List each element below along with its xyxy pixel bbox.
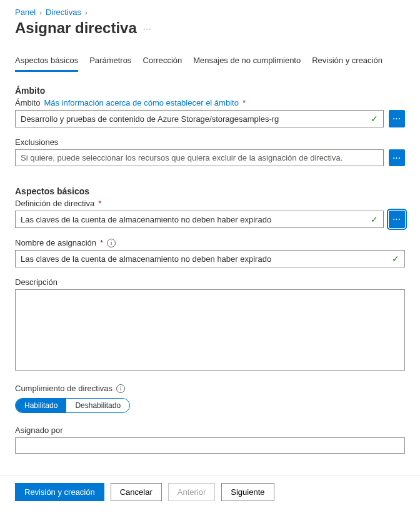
assignment-name-value: Las claves de la cuenta de almacenamient… <box>21 254 271 264</box>
more-actions-button[interactable]: ··· <box>143 24 152 33</box>
tab-parameters[interactable]: Parámetros <box>89 52 131 72</box>
tab-review[interactable]: Revisión y creación <box>312 52 382 72</box>
tab-basics[interactable]: Aspectos básicos <box>15 52 78 72</box>
previous-button: Anterior <box>168 483 216 501</box>
basics-heading: Aspectos básicos <box>15 186 405 196</box>
info-icon[interactable]: i <box>116 384 125 393</box>
breadcrumb-policies[interactable]: Directivas <box>46 7 81 17</box>
description-textarea[interactable] <box>15 289 405 371</box>
info-icon[interactable]: i <box>107 239 116 247</box>
cancel-button[interactable]: Cancelar <box>111 483 162 501</box>
enforcement-label: Cumplimiento de directivas <box>15 384 112 393</box>
required-indicator: * <box>100 238 103 247</box>
breadcrumb: Panel › Directivas › <box>15 7 405 17</box>
check-icon: ✓ <box>392 254 399 264</box>
footer: Revisión y creación Cancelar Anterior Si… <box>0 475 420 509</box>
required-indicator: * <box>242 98 246 107</box>
breadcrumb-panel[interactable]: Panel <box>15 7 36 17</box>
assigned-by-label: Asignado por <box>15 426 63 435</box>
enforcement-disabled[interactable]: Deshabilitado <box>66 399 129 412</box>
scope-info-link[interactable]: Más información acerca de cómo establece… <box>44 98 238 107</box>
check-icon: ✓ <box>371 214 378 224</box>
review-create-button[interactable]: Revisión y creación <box>15 483 104 501</box>
scope-picker-button[interactable]: ··· <box>389 110 405 127</box>
assignment-name-input[interactable]: Las claves de la cuenta de almacenamient… <box>15 250 405 267</box>
required-indicator: * <box>98 199 101 208</box>
tab-noncompliance[interactable]: Mensajes de no cumplimiento <box>193 52 301 72</box>
chevron-icon: › <box>39 9 42 16</box>
enforcement-enabled[interactable]: Habilitado <box>16 399 66 412</box>
exclusions-label: Exclusiones <box>15 137 58 147</box>
check-icon: ✓ <box>371 114 378 124</box>
tab-remediation[interactable]: Corrección <box>142 52 182 72</box>
exclusions-picker-button[interactable]: ··· <box>389 149 405 166</box>
definition-value: Las claves de la cuenta de almacenamient… <box>21 215 271 224</box>
assigned-by-input[interactable] <box>15 437 405 454</box>
definition-input[interactable]: Las claves de la cuenta de almacenamient… <box>15 211 384 228</box>
exclusions-input[interactable]: Si quiere, puede seleccionar los recurso… <box>15 149 384 166</box>
definition-picker-button[interactable]: ··· <box>389 211 405 228</box>
definition-label: Definición de directiva <box>15 199 94 208</box>
description-label: Descripción <box>15 277 58 287</box>
chevron-icon: › <box>85 9 88 16</box>
next-button[interactable]: Siguiente <box>221 483 274 501</box>
enforcement-toggle[interactable]: Habilitado Deshabilitado <box>15 398 130 413</box>
scope-heading: Ámbito <box>15 86 405 96</box>
scope-label: Ámbito <box>15 98 40 107</box>
scope-input[interactable]: Desarrollo y pruebas de contenido de Azu… <box>15 110 384 127</box>
exclusions-placeholder: Si quiere, puede seleccionar los recurso… <box>21 153 342 162</box>
tabs: Aspectos básicos Parámetros Corrección M… <box>15 52 405 72</box>
page-title: Asignar directiva <box>15 19 137 37</box>
assignment-name-label: Nombre de asignación <box>15 238 96 247</box>
scope-value: Desarrollo y pruebas de contenido de Azu… <box>21 114 279 124</box>
